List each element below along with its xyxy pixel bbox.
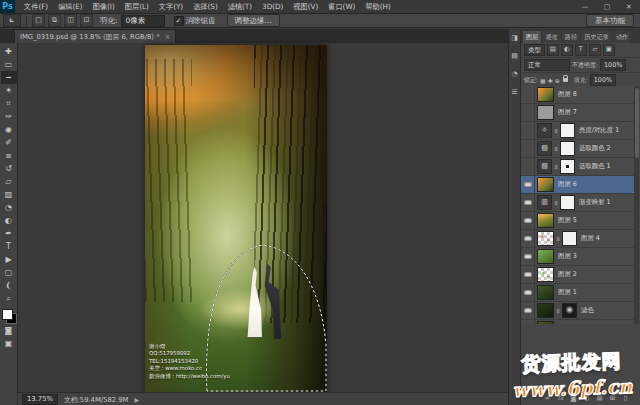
layer-row[interactable]: 图层 2 bbox=[521, 266, 634, 284]
filter-adjustment-layers-icon[interactable]: ◐ bbox=[561, 44, 573, 56]
zoom-level-input[interactable]: 13.75% bbox=[22, 394, 58, 405]
healing-brush-tool[interactable]: ◉ bbox=[1, 123, 17, 136]
menu-filter[interactable]: 滤镜(T) bbox=[223, 0, 257, 13]
menu-file[interactable]: 文件(F) bbox=[19, 0, 53, 13]
blend-mode-dropdown[interactable]: 正常 bbox=[524, 59, 570, 71]
pen-tool[interactable]: ✒ bbox=[1, 227, 17, 240]
antialias-toggle[interactable]: ✓ 消除锯齿 bbox=[174, 16, 216, 26]
lock-transparency-icon[interactable]: ▦ bbox=[540, 77, 546, 84]
visibility-toggle[interactable] bbox=[521, 320, 535, 324]
layer-mask-thumbnail[interactable] bbox=[560, 141, 575, 156]
visibility-toggle[interactable] bbox=[521, 284, 535, 301]
layer-row[interactable]: ▧ 8 选取颜色 2 bbox=[521, 140, 634, 158]
crop-tool[interactable]: ⌗ bbox=[1, 97, 17, 110]
color-swatches[interactable] bbox=[1, 308, 17, 324]
status-options-arrow-icon[interactable]: ▶ bbox=[134, 396, 139, 403]
layer-name[interactable]: 图层 2 bbox=[558, 270, 577, 279]
layer-row[interactable]: 8 滤色 bbox=[521, 302, 634, 320]
layer-row[interactable]: 图层 3 bbox=[521, 248, 634, 266]
quick-mask-icon[interactable]: ◙ bbox=[1, 324, 17, 337]
delete-layer-icon[interactable]: ▯ bbox=[621, 394, 630, 402]
visibility-toggle[interactable] bbox=[521, 194, 535, 211]
layer-mask-thumbnail[interactable] bbox=[562, 231, 577, 246]
menu-select[interactable]: 选择(S) bbox=[188, 0, 223, 13]
layer-mask-thumbnail[interactable] bbox=[560, 195, 575, 210]
lock-all-icon[interactable] bbox=[563, 78, 568, 82]
brush-tool[interactable]: ✐ bbox=[1, 136, 17, 149]
layer-thumbnail[interactable] bbox=[537, 213, 554, 228]
layer-name[interactable]: 图层 4 bbox=[581, 234, 600, 243]
menu-image[interactable]: 图像(I) bbox=[88, 0, 120, 13]
eyedropper-tool[interactable]: ✑ bbox=[1, 110, 17, 123]
link-layers-icon[interactable]: ∞ bbox=[543, 394, 552, 402]
gradient-tool[interactable]: ▨ bbox=[1, 188, 17, 201]
layer-name[interactable]: 选取颜色 2 bbox=[579, 144, 611, 153]
history-brush-tool[interactable]: ↺ bbox=[1, 162, 17, 175]
layer-thumbnail[interactable] bbox=[537, 267, 554, 282]
filter-smart-objects-icon[interactable]: ▣ bbox=[603, 44, 615, 56]
adjustment-layer-icon[interactable]: ▧ bbox=[537, 159, 552, 174]
layer-row[interactable]: ▧ 8 选取颜色 1 bbox=[521, 158, 634, 176]
add-to-selection-icon[interactable]: ⧉ bbox=[48, 14, 61, 27]
layer-name[interactable]: 滤色 bbox=[581, 306, 594, 315]
tab-layers[interactable]: 图层 bbox=[523, 31, 541, 43]
menu-help[interactable]: 帮助(H) bbox=[360, 0, 395, 13]
zoom-tool[interactable]: ⌕ bbox=[1, 292, 17, 305]
lock-pixels-icon[interactable]: ✚ bbox=[548, 77, 553, 84]
layer-name[interactable]: 图层 7 bbox=[558, 108, 577, 117]
layer-name[interactable]: 图层 8 bbox=[558, 90, 577, 99]
new-adjustment-layer-icon[interactable]: ◐ bbox=[582, 394, 591, 402]
marquee-tool[interactable]: ▭ bbox=[1, 58, 17, 71]
blur-tool[interactable]: ◔ bbox=[1, 201, 17, 214]
antialias-checkbox[interactable]: ✓ bbox=[174, 16, 184, 26]
refine-edge-button[interactable]: 调整边缘… bbox=[227, 14, 281, 27]
canvas-area[interactable]: 谢小熠 QQ:517959092 TEL:15194153420 美空：www.… bbox=[18, 43, 508, 392]
layer-name[interactable]: 渐变映射 1 bbox=[579, 198, 611, 207]
layer-name[interactable]: 选取颜色 1 bbox=[579, 162, 611, 171]
path-select-tool[interactable]: ▶ bbox=[1, 253, 17, 266]
visibility-toggle[interactable] bbox=[521, 266, 535, 283]
filter-type-layers-icon[interactable]: T bbox=[575, 44, 587, 56]
add-mask-icon[interactable]: ◙ bbox=[569, 394, 578, 402]
layers-scrollbar[interactable] bbox=[634, 86, 639, 324]
hand-tool[interactable]: ❨ bbox=[1, 279, 17, 292]
layer-row[interactable]: 8 图层 4 bbox=[521, 230, 634, 248]
visibility-toggle[interactable] bbox=[521, 104, 535, 121]
adjustment-layer-icon[interactable]: ▧ bbox=[537, 141, 552, 156]
visibility-toggle[interactable] bbox=[521, 176, 535, 193]
maximize-button[interactable]: ▢ bbox=[596, 0, 618, 13]
menu-3d[interactable]: 3D(D) bbox=[257, 0, 288, 13]
new-layer-icon[interactable]: ⊞ bbox=[608, 394, 617, 402]
layer-thumbnail[interactable] bbox=[537, 249, 554, 264]
visibility-toggle[interactable] bbox=[521, 158, 535, 175]
new-group-icon[interactable]: ▤ bbox=[595, 394, 604, 402]
layer-name[interactable]: 图层 6 bbox=[558, 180, 577, 189]
lasso-tool[interactable]: ∽ bbox=[1, 71, 17, 84]
feather-input[interactable]: 0像素 bbox=[121, 15, 165, 27]
layer-mask-thumbnail[interactable] bbox=[560, 159, 575, 174]
visibility-toggle[interactable] bbox=[521, 302, 535, 319]
layer-thumbnail[interactable] bbox=[537, 87, 554, 102]
layer-row-selected[interactable]: 图层 6 bbox=[521, 176, 634, 194]
menu-edit[interactable]: 编辑(E) bbox=[53, 0, 88, 13]
layer-thumbnail[interactable] bbox=[537, 177, 554, 192]
filter-pixel-layers-icon[interactable]: ▤ bbox=[547, 44, 559, 56]
filter-shape-layers-icon[interactable]: ▱ bbox=[589, 44, 601, 56]
filter-kind-dropdown[interactable]: 类型 bbox=[524, 44, 545, 56]
visibility-toggle[interactable] bbox=[521, 248, 535, 265]
layer-name[interactable]: 图层 3 bbox=[558, 252, 577, 261]
tab-history[interactable]: 历史记录 bbox=[581, 31, 612, 43]
opacity-input[interactable]: 100% bbox=[600, 59, 626, 71]
collapsed-panel-color-icon[interactable]: ◨ bbox=[510, 33, 520, 43]
layer-row[interactable]: 图层 8 bbox=[521, 86, 634, 104]
layer-row[interactable]: 图层 1 bbox=[521, 284, 634, 302]
layer-row[interactable]: ☼ 8 亮度/对比度 1 bbox=[521, 122, 634, 140]
menu-layer[interactable]: 图层(L) bbox=[120, 0, 154, 13]
layer-row[interactable]: 图层 7 bbox=[521, 104, 634, 122]
magic-wand-tool[interactable]: ✶ bbox=[1, 84, 17, 97]
clone-stamp-tool[interactable]: ⧈ bbox=[1, 149, 17, 162]
layer-row-background[interactable]: 背景 bbox=[521, 320, 634, 324]
fill-input[interactable]: 100% bbox=[590, 74, 616, 86]
eraser-tool[interactable]: ▱ bbox=[1, 175, 17, 188]
layer-thumbnail[interactable] bbox=[537, 303, 554, 318]
